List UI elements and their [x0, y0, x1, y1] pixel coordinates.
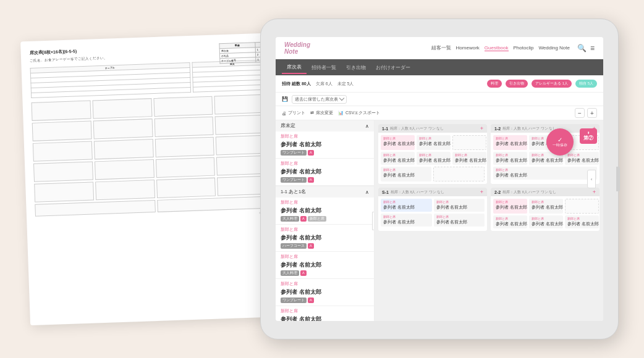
tab-seating-chart[interactable]: 席次表 — [282, 61, 307, 74]
nav-link-guests[interactable]: 組客一覧 — [431, 44, 451, 51]
nav-link-homework[interactable]: Homework — [456, 45, 480, 51]
seat-row: 新郎と席 参列者 名前太郎 新郎と席 参列者 名前太郎 — [493, 199, 597, 214]
seat-row: 新郎と席 参列者 名前太郎 新郎と席 参列者 名前太郎 — [381, 135, 485, 150]
scene: 席次表[8枚×16名](6-5-5) ご氏名、お食アレーゲー等でご記入ください。… — [25, 19, 619, 339]
sidebar-item-6[interactable]: 新郎と席 参列者 名前太郎 ワンプレート A — [276, 279, 374, 306]
zoom-controls: − + — [575, 108, 597, 118]
tab-gifts[interactable]: 引き出物 — [341, 62, 371, 73]
seat-card[interactable]: 新郎と席 参列者 名前太郎 — [434, 214, 485, 227]
menu-icon[interactable]: ≡ — [590, 44, 595, 52]
table-row-2: S-1 相席：人数 8人 ハーフ ワン なし + 新郎と席 参列者 名前太郎 — [378, 188, 600, 231]
seat-card[interactable]: 新郎と席 参列者 名前太郎 — [529, 199, 563, 214]
badge-2[interactable]: 引き出物 — [506, 80, 528, 88]
sidebar-section-header-unassigned: 席未定 ∧ — [276, 120, 374, 131]
order-change-button[interactable]: ⇄ 席次変更 — [310, 110, 333, 116]
zoom-out-button[interactable]: − — [575, 108, 585, 118]
seat-card[interactable]: 新郎と席 参列者 名前太郎 — [529, 215, 563, 228]
seat-card[interactable]: 新郎と席 参列者 名前太郎 — [381, 152, 415, 165]
seat-card[interactable]: 新郎と席 参列者 名前太郎 — [381, 214, 432, 227]
tab-order[interactable]: お付けオーダー — [371, 62, 415, 73]
csv-export-button[interactable]: 📊 CSVエクスポート — [338, 110, 380, 116]
paper-document: 席次表[8枚×16名](6-5-5) ご氏名、お食アレーゲー等でご記入ください。… — [20, 33, 290, 325]
seat-card[interactable]: 新郎と席 参列者 名前太郎 — [565, 152, 599, 165]
table-card-2-2: 2-2 相席：人数 8人 ハーフ ワン なし + 新郎と席 参列者 名前太郎 — [491, 188, 600, 231]
print-bar: 🖨 プリント ⇄ 席次変更 📊 CSVエクスポート − + — [276, 106, 603, 120]
sidebar-item-4[interactable]: 新郎と席 参列者 名前太郎 ハーフコース A — [276, 225, 374, 252]
sidebar-item-5[interactable]: 新郎と席 参列者 名前太郎 大人料理 A — [276, 252, 374, 279]
seat-card-empty[interactable] — [452, 135, 486, 150]
seat-row: 新郎と席 参列者 名前太郎 新郎と席 参列者 名前太郎 新郎と席 — [381, 152, 485, 165]
seat-card[interactable]: 新郎と席 参列者 名前太郎 — [381, 199, 432, 212]
seat-grid-1-1: 新郎と席 参列者 名前太郎 新郎と席 参列者 名前太郎 — [378, 133, 487, 184]
seat-card[interactable]: 新郎と席 参列者 名前太郎 — [417, 152, 451, 165]
seat-card[interactable]: 新郎と席 参列者 名前太郎 — [493, 152, 527, 165]
nav-link-guestbook[interactable]: Guestbook — [485, 45, 509, 51]
chevron-up-icon: ∧ — [365, 123, 369, 129]
save-button[interactable]: ✓ 一時保存 — [546, 128, 574, 156]
sidebar: 席未定 ∧ 新郎と席 参列者 名前太郎 ワンプレート A 新 — [276, 120, 375, 321]
ipad-side-button[interactable] — [616, 167, 620, 191]
table-dropdown[interactable]: 過去に保管した席次表 — [292, 95, 347, 104]
seat-card[interactable]: 新郎と席 参列者 名前太郎 — [417, 135, 451, 150]
sidebar-item-tags-3: 大人料理 A 新郎と席 — [281, 216, 369, 222]
sidebar-section-header-table11: 1-1 あと1名 ∧ — [276, 186, 374, 198]
sidebar-toggle-button[interactable]: › — [372, 212, 375, 230]
sub-nav: 席次表 招待者一覧 引き出物 お付けオーダー — [276, 59, 603, 75]
sidebar-item-2[interactable]: 新郎と席 参列者 名前太郎 ワンプレート A — [276, 159, 374, 186]
seat-card[interactable]: 新郎と席 参列者 名前太郎 — [381, 167, 431, 181]
seat-row: 新郎と席 参列者 名前太郎 新郎と席 参列者 名前太郎 新郎と席 — [493, 215, 597, 228]
print-button[interactable]: 🖨 プリント — [282, 110, 305, 116]
seat-card[interactable]: 新郎と席 参列者 名前太郎 — [565, 215, 599, 228]
table-card-1-1: 1-1 相席：人数 8人 ハーフ ワン なし + 新郎と席 参列者 名前太郎 — [378, 124, 487, 184]
add-seat-button-1-1[interactable]: + — [480, 125, 483, 131]
seat-card-empty[interactable] — [565, 199, 599, 214]
seat-row: 新郎と席 参列者 名前太郎 — [381, 167, 485, 181]
seat-grid-s1: 新郎と席 参列者 名前太郎 新郎と席 参列者 名前太郎 — [378, 196, 487, 229]
tag-wanplate2: ワンプレート — [281, 177, 307, 183]
stat-absent: 欠席 6人 — [316, 81, 333, 87]
seat-card[interactable]: 新郎と席 参列者 名前太郎 — [381, 135, 415, 150]
badge-3[interactable]: アレルギーある 1人 — [532, 80, 572, 88]
export-icon: 📊 — [338, 110, 344, 115]
zoom-in-button[interactable]: + — [587, 108, 597, 118]
table-card-s1: S-1 相席：人数 8人 ハーフ ワン なし + 新郎と席 参列者 名前太郎 — [378, 188, 487, 231]
chevron-up-icon-2: ∧ — [365, 189, 369, 195]
seat-card[interactable]: 新郎と席 参列者 名前太郎 — [493, 199, 527, 214]
sidebar-item-tags-5: 大人料理 A — [281, 270, 369, 276]
seat-card[interactable]: 新郎と席 参列者 名前太郎 — [493, 215, 527, 228]
seat-card-empty[interactable] — [433, 167, 485, 181]
nav-bar: Wedding Note 組客一覧 Homework Guestbook Pho… — [276, 37, 603, 59]
nav-link-wedding-note[interactable]: Wedding Note — [538, 45, 570, 51]
add-seat-button-2-2[interactable]: + — [593, 189, 596, 195]
nav-link-photoclip[interactable]: Photoclip — [514, 45, 534, 51]
tag-a2: A — [308, 177, 314, 183]
ipad-frame: Wedding Note 組客一覧 Homework Guestbook Pho… — [260, 19, 619, 339]
nav-links: 組客一覧 Homework Guestbook Photoclip Weddin… — [318, 44, 570, 51]
search-icon[interactable]: 🔍 — [577, 44, 587, 52]
nav-icons: 🔍 ≡ — [577, 44, 595, 52]
share-button[interactable]: ⬆ 第⑦ — [580, 128, 597, 144]
seat-row: 新郎と席 参列者 名前太郎 新郎と席 参列者 名前太郎 新郎と席 — [493, 152, 597, 165]
grid-scroll-right-button[interactable]: ‹ — [587, 170, 596, 188]
nav-logo: Wedding Note — [284, 41, 310, 55]
seat-row: 新郎と席 参列者 名前太郎 — [493, 167, 597, 180]
filter-bar: 💾 過去に保管した席次表 — [276, 93, 603, 106]
seat-card[interactable]: 新郎と席 参列者 名前太郎 — [434, 199, 485, 212]
badge-4[interactable]: 独自 5人 — [575, 80, 597, 88]
tab-guest-list[interactable]: 招待者一覧 — [307, 62, 341, 73]
seat-card[interactable]: 新郎と席 参列者 名前太郎 — [493, 167, 597, 180]
check-icon: ✓ — [557, 136, 562, 143]
seat-card[interactable]: 新郎と席 参列者 名前太郎 — [452, 152, 486, 165]
save-icon: 💾 — [282, 96, 288, 102]
add-seat-button-s1[interactable]: + — [480, 189, 483, 195]
badge-1[interactable]: 料理 — [487, 80, 502, 88]
seat-card[interactable]: 新郎と席 参列者 名前太郎 — [493, 135, 527, 150]
sidebar-item-7[interactable]: 新郎と席 参列者 名前太郎 大人料理 A — [276, 306, 374, 321]
sidebar-item-3[interactable]: 新郎と席 参列者 名前太郎 大人料理 A 新郎と席 — [276, 198, 374, 225]
tag-wanplate: ワンプレート — [281, 150, 307, 156]
sidebar-item-tags-1: ワンプレート A — [281, 150, 369, 156]
sidebar-item-1[interactable]: 新郎と席 参列者 名前太郎 ワンプレート A — [276, 131, 374, 159]
sidebar-item-tags-4: ハーフコース A — [281, 243, 369, 249]
ipad-screen: Wedding Note 組客一覧 Homework Guestbook Pho… — [276, 37, 603, 321]
sidebar-item-tags-6: ワンプレート A — [281, 298, 369, 303]
